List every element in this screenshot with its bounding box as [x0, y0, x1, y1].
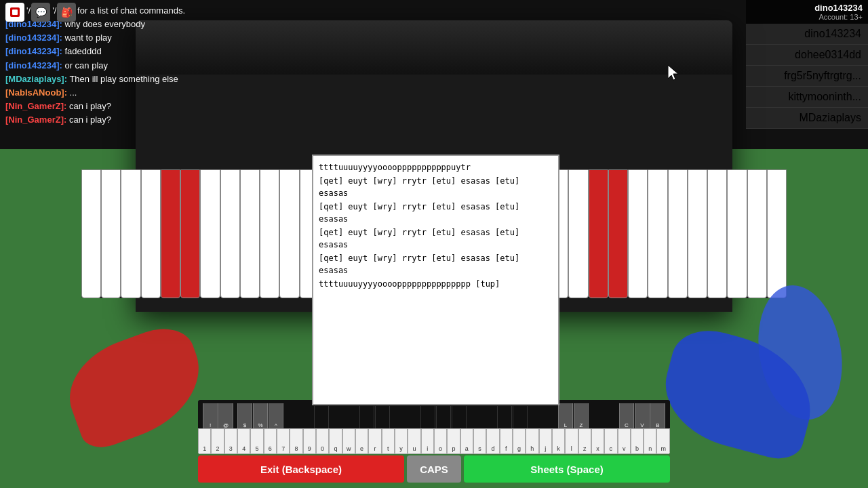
player-list: dino143234 Account: 13+ dino143234dohee0… [746, 0, 868, 129]
piano-key-white[interactable] [121, 169, 140, 298]
piano-key-white[interactable] [628, 169, 648, 298]
piano-key-white[interactable] [220, 169, 240, 298]
keyboard-white-key[interactable]: w [342, 428, 355, 454]
player-list-item[interactable]: kittymooninth... [746, 87, 868, 108]
exit-button[interactable]: Exit (Backspace) [198, 455, 404, 483]
piano-key-white[interactable] [648, 169, 667, 298]
black-key[interactable] [314, 406, 329, 430]
chat-message: [Nin_GamerZ]: can i play? [5, 114, 334, 126]
sheet-line: [qet] euyt [wry] rrytr [etu] esasas [etu… [319, 201, 553, 225]
keyboard-white-key[interactable]: c [604, 428, 617, 454]
sheets-button[interactable]: Sheets (Space) [464, 455, 670, 483]
piano-key-red[interactable] [608, 169, 628, 298]
keyboard-white-key[interactable]: 2 [211, 428, 224, 454]
chat-message: [dino143234]: want to play [5, 32, 334, 44]
roblox-logo-icon[interactable] [5, 3, 24, 22]
keyboard-white-key[interactable]: 6 [264, 428, 277, 454]
piano-key-white[interactable] [568, 169, 588, 298]
keyboard-white-key[interactable]: p [447, 428, 460, 454]
black-key-special[interactable]: ! [203, 403, 218, 430]
black-key[interactable] [497, 406, 512, 430]
piano-key-white[interactable] [81, 169, 101, 298]
keyboard-white-key[interactable]: k [552, 428, 565, 454]
black-key[interactable] [420, 406, 435, 430]
keyboard-white-key[interactable]: y [395, 428, 408, 454]
keyboard-white-key[interactable]: d [486, 428, 499, 454]
piano-key-white[interactable] [727, 169, 747, 298]
black-key-special[interactable]: V [635, 403, 650, 430]
keyboard-white-key[interactable]: 5 [250, 428, 263, 454]
piano-key-white[interactable] [260, 169, 279, 298]
black-key-special[interactable]: % [253, 403, 268, 430]
chat-messages: [dino143234]: why does everybody[dino143… [5, 18, 334, 127]
keyboard-white-key[interactable]: 3 [224, 428, 237, 454]
piano-key-white[interactable] [101, 169, 121, 298]
keyboard-white-key[interactable]: t [382, 428, 395, 454]
black-key[interactable] [359, 406, 374, 430]
keyboard-white-key[interactable]: l [565, 428, 578, 454]
piano-key-white[interactable] [707, 169, 727, 298]
keyboard-white-key[interactable]: n [644, 428, 656, 454]
inventory-icon-button[interactable]: 🎒 [57, 3, 76, 22]
keyboard-white-key[interactable]: g [513, 428, 526, 454]
piano-key-white[interactable] [767, 169, 787, 298]
chat-icon-button[interactable]: 💬 [31, 3, 50, 22]
keyboard-white-key[interactable]: r [368, 428, 381, 454]
keyboard-white-key[interactable]: 0 [316, 428, 329, 454]
keyboard-white-key[interactable]: i [421, 428, 434, 454]
piano-key-white[interactable] [200, 169, 220, 298]
black-key-special[interactable]: Z [574, 403, 589, 430]
keyboard-white-keys-row: 1234567890qwertyuiopasdfghjklzxcvbnm [198, 428, 670, 454]
keyboard-white-key[interactable]: v [618, 428, 631, 454]
keyboard-white-key[interactable]: 9 [303, 428, 316, 454]
keyboard-white-key[interactable]: z [578, 428, 591, 454]
piano-key-white[interactable] [747, 169, 767, 298]
piano-keys-right [529, 169, 787, 298]
player-header: dino143234 Account: 13+ [746, 0, 868, 24]
keyboard-white-key[interactable]: q [329, 428, 342, 454]
piano-key-white[interactable] [141, 169, 161, 298]
keyboard-white-key[interactable]: 8 [290, 428, 302, 454]
piano-key-red[interactable] [180, 169, 200, 298]
sheet-line: [qet] euyt [wry] rrytr [etu] esasas [etu… [319, 175, 553, 199]
keyboard-white-key[interactable]: 4 [237, 428, 250, 454]
keyboard-white-key[interactable]: 7 [277, 428, 290, 454]
keyboard-white-key[interactable]: h [526, 428, 538, 454]
keyboard-white-key[interactable]: j [539, 428, 552, 454]
player-list-item[interactable]: dino143234 [746, 24, 868, 45]
black-key-special[interactable]: L [558, 403, 573, 430]
black-key[interactable] [452, 406, 467, 430]
sheet-lines-container: ttttuuuuyyyyoooopppppppppppuytr[qet] euy… [319, 161, 553, 290]
black-key-special[interactable]: B [650, 403, 665, 430]
keyboard-white-key[interactable]: e [355, 428, 368, 454]
keyboard-white-key[interactable]: m [656, 428, 669, 454]
player-list-item[interactable]: frg5r5nyftrgtrg... [746, 66, 868, 87]
black-key[interactable] [513, 406, 528, 430]
black-key[interactable] [375, 406, 390, 430]
piano-key-white[interactable] [668, 169, 688, 298]
piano-key-white[interactable] [240, 169, 260, 298]
black-key-special[interactable]: C [619, 403, 634, 430]
black-key-special[interactable]: ^ [269, 403, 283, 430]
black-key-special[interactable]: $ [237, 403, 252, 430]
caps-button[interactable]: CAPS [407, 455, 461, 483]
keyboard-white-key[interactable]: b [631, 428, 644, 454]
piano-key-white[interactable] [688, 169, 707, 298]
keyboard-white-key[interactable]: o [434, 428, 447, 454]
keyboard-white-key[interactable]: a [460, 428, 473, 454]
piano-right-white-keys [529, 169, 787, 298]
sheet-music-modal[interactable]: ttttuuuuyyyyoooopppppppppppuytr[qet] euy… [312, 155, 559, 405]
keyboard-white-key[interactable]: u [408, 428, 420, 454]
keyboard-white-key[interactable]: s [473, 428, 486, 454]
piano-key-red[interactable] [161, 169, 180, 298]
keyboard-white-key[interactable]: f [500, 428, 513, 454]
black-key-special[interactable]: @ [218, 403, 233, 430]
keyboard-white-key[interactable]: 1 [198, 428, 211, 454]
black-key[interactable] [436, 406, 451, 430]
player-list-item[interactable]: MDaziaplays [746, 108, 868, 129]
player-list-item[interactable]: dohee0314dd [746, 45, 868, 66]
keyboard-white-key[interactable]: x [591, 428, 604, 454]
sheet-line: [qet] euyt [wry] rrytr [etu] esasas [etu… [319, 226, 553, 251]
piano-key-white[interactable] [279, 169, 299, 298]
piano-key-red[interactable] [589, 169, 608, 298]
